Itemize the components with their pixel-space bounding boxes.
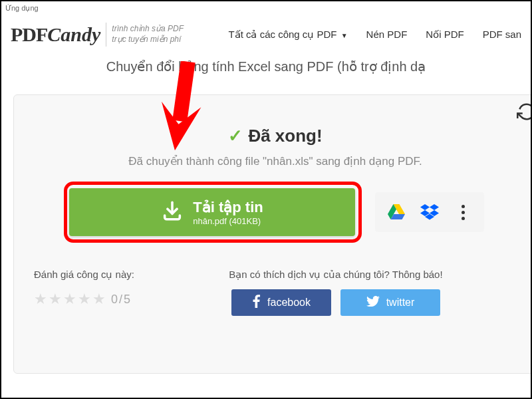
rating-label: Đánh giá công cụ này:	[34, 268, 140, 281]
twitter-icon	[366, 296, 380, 309]
done-title: Đã xong!	[248, 126, 322, 146]
logo-text-pdf: PDF	[11, 23, 47, 46]
logo-separator	[106, 23, 106, 47]
logo-tagline-1: trình chỉnh sửa PDF	[112, 24, 184, 35]
nav-pdf-to[interactable]: PDF san	[483, 29, 521, 41]
more-options-icon[interactable]	[454, 203, 472, 221]
nav: Tất cả các công cụ PDF ▼ Nén PDF Nối PDF…	[228, 29, 521, 41]
facebook-label: facebook	[267, 297, 311, 309]
logo[interactable]: PDFCandy trình chỉnh sửa PDF trực tuyến …	[11, 23, 184, 47]
download-label: Tải tập tin	[193, 199, 263, 216]
rating-stars[interactable]: ★★★★★ 0/5	[34, 291, 140, 308]
download-button[interactable]: Tải tập tin nhân.pdf (401KB)	[69, 188, 355, 236]
share-label: Bạn có thích dịch vụ của chúng tôi? Thôn…	[155, 268, 517, 281]
star-icon: ★	[63, 291, 78, 308]
download-area: Tải tập tin nhân.pdf (401KB)	[69, 188, 481, 236]
logo-tagline-2: trực tuyến miễn phí	[112, 35, 184, 45]
facebook-icon	[252, 295, 261, 311]
star-icon: ★	[34, 291, 49, 308]
dropbox-icon[interactable]	[420, 203, 439, 221]
logo-tagline: trình chỉnh sửa PDF trực tuyến miễn phí	[112, 24, 184, 45]
star-icon: ★	[49, 291, 63, 308]
nav-all-tools[interactable]: Tất cả các công cụ PDF ▼	[228, 29, 347, 41]
done-heading: ✓Đã xong!	[34, 126, 517, 146]
chevron-down-icon: ▼	[341, 32, 348, 39]
facebook-button[interactable]: facebook	[231, 289, 331, 316]
twitter-label: twitter	[386, 297, 415, 309]
bottom-row: Đánh giá công cụ này: ★★★★★ 0/5 Bạn có t…	[34, 268, 517, 316]
nav-all-tools-label: Tất cả các công cụ PDF	[228, 29, 336, 40]
google-drive-icon[interactable]	[387, 203, 406, 221]
download-icon	[161, 200, 184, 225]
twitter-button[interactable]: twitter	[340, 289, 440, 316]
rating-section: Đánh giá công cụ này: ★★★★★ 0/5	[34, 268, 140, 316]
header: PDFCandy trình chỉnh sửa PDF trực tuyến …	[1, 15, 531, 55]
download-filename: nhân.pdf (401KB)	[193, 216, 263, 226]
check-icon: ✓	[228, 126, 243, 146]
star-icon: ★	[78, 291, 92, 308]
logo-text-candy: Candy	[47, 23, 100, 46]
nav-compress[interactable]: Nén PDF	[366, 29, 408, 41]
app-label: Ứng dụng	[5, 4, 39, 13]
share-section: Bạn có thích dịch vụ của chúng tôi? Thôn…	[155, 268, 517, 316]
page-subtitle: Chuyển đổi bảng tính Excel sang PDF (hỗ …	[1, 55, 531, 78]
nav-merge[interactable]: Nối PDF	[426, 29, 464, 41]
done-message: Đã chuyển thành công file "nhân.xls" san…	[34, 154, 517, 168]
result-card: ✓Đã xong! Đã chuyển thành công file "nhâ…	[13, 94, 532, 374]
cloud-options	[375, 192, 484, 232]
rating-score: 0/5	[111, 293, 132, 307]
refresh-icon[interactable]	[517, 102, 532, 124]
star-icon: ★	[92, 291, 107, 308]
